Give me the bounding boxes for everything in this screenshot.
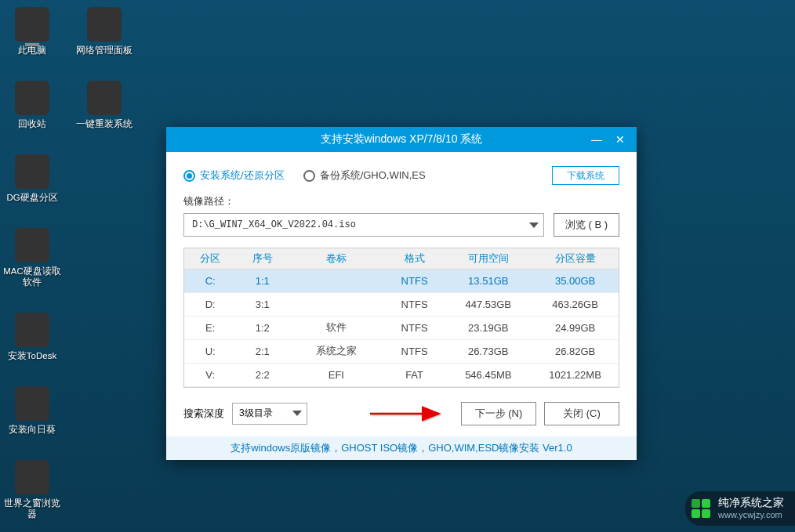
- table-cell: 1021.22MB: [532, 363, 619, 386]
- desktop-icon-todesk[interactable]: 安装ToDesk: [4, 309, 60, 364]
- image-path-label: 镜像路径：: [183, 194, 619, 208]
- arrow-annotation: [315, 406, 453, 422]
- table-row[interactable]: E:1:2软件NTFS23.19GB24.99GB: [184, 316, 619, 339]
- desktop-icon-network-panel[interactable]: 网络管理面板: [76, 4, 132, 59]
- label: 此电脑: [2, 45, 63, 56]
- table-cell: 1:2: [236, 316, 288, 339]
- install-dialog: 支持安装windows XP/7/8/10 系统 — ✕ 安装系统/还原分区 备…: [166, 127, 637, 460]
- table-cell: 2:1: [236, 339, 288, 363]
- label: 安装向日葵: [2, 424, 63, 435]
- desktop-icon-world-browser[interactable]: 世界之窗浏览器: [4, 457, 60, 523]
- watermark-title: 纯净系统之家: [718, 496, 784, 508]
- watermark: 纯净系统之家 www.ycwjzy.com: [685, 491, 795, 526]
- chevron-down-icon: [529, 223, 539, 228]
- radio-install-restore[interactable]: 安装系统/还原分区: [183, 168, 285, 183]
- next-button[interactable]: 下一步 (N): [461, 402, 536, 425]
- label: MAC硬盘读取软件: [2, 266, 63, 288]
- table-cell: NTFS: [384, 269, 445, 292]
- table-cell: FAT: [384, 363, 445, 386]
- close-icon[interactable]: ✕: [612, 131, 629, 148]
- close-button[interactable]: 关闭 (C): [544, 402, 619, 425]
- radio-unchecked-icon: [303, 170, 315, 182]
- label: 安装ToDesk: [2, 350, 63, 361]
- table-cell: 软件: [289, 316, 384, 339]
- table-cell: [289, 292, 384, 316]
- label: DG硬盘分区: [2, 192, 63, 203]
- table-cell: NTFS: [384, 292, 445, 316]
- table-cell: [289, 269, 384, 292]
- table-cell: 系统之家: [289, 339, 384, 363]
- desktop-icon-sunflower[interactable]: 安装向日葵: [4, 383, 60, 438]
- label: 回收站: [2, 118, 63, 129]
- dialog-titlebar[interactable]: 支持安装windows XP/7/8/10 系统 — ✕: [166, 127, 637, 152]
- table-cell: V:: [184, 363, 236, 386]
- table-cell: NTFS: [384, 316, 445, 339]
- table-cell: 26.73GB: [445, 339, 532, 363]
- watermark-logo-icon: [692, 499, 710, 518]
- partition-table: 分区 序号 卷标 格式 可用空间 分区容量 C:1:1NTFS13.51GB35…: [184, 248, 619, 387]
- table-cell: 1:1: [236, 269, 288, 292]
- th-capacity: 分区容量: [532, 248, 619, 269]
- desktop-icon-dg-partition[interactable]: DG硬盘分区: [4, 151, 60, 206]
- table-cell: NTFS: [384, 339, 445, 363]
- table-cell: 24.99GB: [532, 316, 619, 339]
- image-path-value: D:\G_WIN7_X64_OK_V2022.04.iso: [192, 219, 356, 230]
- radio-backup[interactable]: 备份系统/GHO,WIN,ES: [303, 168, 426, 183]
- browse-button[interactable]: 浏览 ( B ): [554, 213, 619, 237]
- desktop-icon-one-click-install[interactable]: 一键重装系统: [76, 78, 132, 132]
- table-row[interactable]: C:1:1NTFS13.51GB35.00GB: [184, 269, 619, 292]
- table-cell: 26.82GB: [532, 339, 619, 363]
- table-cell: 13.51GB: [445, 269, 532, 292]
- table-cell: 546.45MB: [445, 363, 532, 386]
- table-cell: E:: [184, 316, 236, 339]
- table-cell: 2:2: [236, 363, 288, 386]
- label: 一键重装系统: [74, 118, 135, 129]
- table-cell: 23.19GB: [445, 316, 532, 339]
- table-cell: 3:1: [236, 292, 288, 316]
- image-path-combobox[interactable]: D:\G_WIN7_X64_OK_V2022.04.iso: [183, 213, 544, 237]
- desktop-icon-this-pc[interactable]: 此电脑: [4, 4, 60, 59]
- radio-checked-icon: [183, 170, 195, 182]
- radio-label: 安装系统/还原分区: [200, 168, 285, 183]
- minimize-button[interactable]: —: [588, 131, 605, 148]
- table-row[interactable]: U:2:1系统之家NTFS26.73GB26.82GB: [184, 339, 619, 363]
- table-row[interactable]: V:2:2EFIFAT546.45MB1021.22MB: [184, 363, 619, 386]
- chevron-down-icon: [292, 411, 302, 416]
- download-system-button[interactable]: 下载系统: [552, 166, 619, 185]
- label: 网络管理面板: [74, 45, 135, 56]
- table-row[interactable]: D:3:1NTFS447.53GB463.26GB: [184, 292, 619, 316]
- th-label: 卷标: [289, 248, 384, 269]
- footer-note: 支持windows原版镜像，GHOST ISO镜像，GHO,WIM,ESD镜像安…: [166, 436, 637, 460]
- th-partition: 分区: [184, 248, 236, 269]
- radio-label: 备份系统/GHO,WIN,ES: [320, 168, 426, 183]
- desktop-icon-recycle-bin[interactable]: 回收站: [4, 78, 60, 132]
- table-cell: EFI: [289, 363, 384, 386]
- label: 世界之窗浏览器: [2, 498, 63, 519]
- search-depth-label: 搜索深度: [183, 407, 224, 421]
- table-cell: 463.26GB: [532, 292, 619, 316]
- th-format: 格式: [384, 248, 445, 269]
- table-cell: 35.00GB: [532, 269, 619, 292]
- table-cell: U:: [184, 339, 236, 363]
- table-cell: C:: [184, 269, 236, 292]
- th-free: 可用空间: [445, 248, 532, 269]
- table-cell: D:: [184, 292, 236, 316]
- th-index: 序号: [236, 248, 288, 269]
- watermark-url: www.ycwjzy.com: [718, 508, 784, 521]
- desktop-icon-mac-reader[interactable]: MAC硬盘读取软件: [4, 225, 60, 291]
- dialog-title: 支持安装windows XP/7/8/10 系统: [321, 132, 483, 147]
- table-cell: 447.53GB: [445, 292, 532, 316]
- search-depth-select[interactable]: 3级目录: [232, 403, 307, 425]
